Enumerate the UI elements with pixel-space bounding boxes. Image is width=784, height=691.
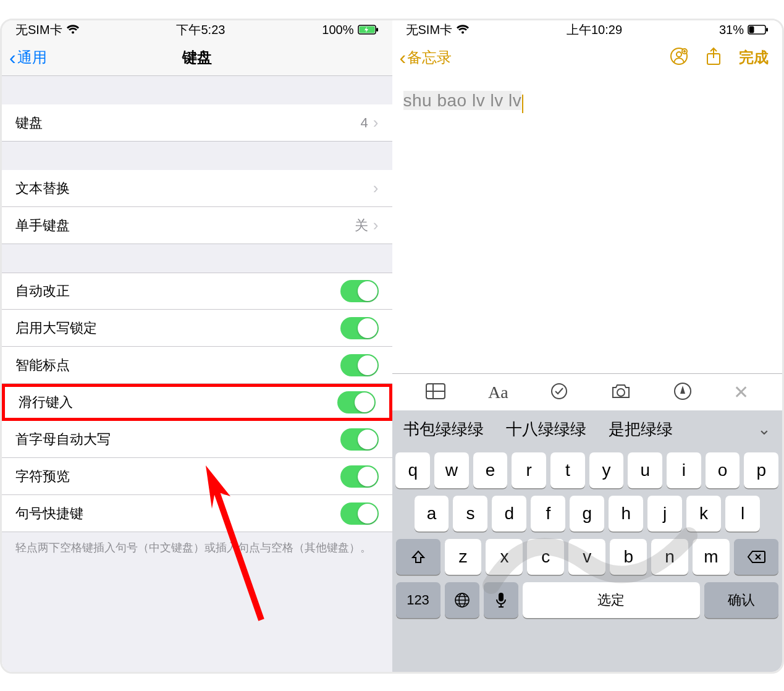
toggle-switch[interactable] <box>340 317 379 339</box>
text-format-icon[interactable]: Aa <box>488 383 508 402</box>
keyboard: qwertyuiop asdfghjkl zxcvbnm 123 选定 确认 <box>392 447 783 672</box>
toggle-label: 字符预览 <box>15 467 70 486</box>
nav-bar: ‹ 通用 键盘 <box>2 39 392 76</box>
key-l[interactable]: l <box>725 496 760 532</box>
note-editor[interactable]: shu bao lv lv lv <box>392 76 783 128</box>
toggle-switch[interactable] <box>340 428 379 451</box>
svg-point-7 <box>677 52 681 57</box>
svg-rect-5 <box>766 28 768 32</box>
numbers-key[interactable]: 123 <box>396 582 440 618</box>
candidate[interactable]: 十八绿绿绿 <box>495 418 597 440</box>
key-b[interactable]: b <box>610 539 647 575</box>
key-o[interactable]: o <box>706 452 740 488</box>
camera-icon[interactable] <box>610 383 631 402</box>
globe-key[interactable] <box>445 582 479 618</box>
nav-bar: ‹ 备忘录 完成 <box>392 39 783 76</box>
back-button[interactable]: ‹ 通用 <box>2 48 47 67</box>
one-handed-cell[interactable]: 单手键盘 关 › <box>2 207 392 244</box>
keyboards-cell[interactable]: 键盘 4 › <box>2 104 392 142</box>
battery-charging-icon <box>358 25 379 35</box>
key-w[interactable]: w <box>434 452 469 488</box>
key-h[interactable]: h <box>609 496 643 532</box>
svg-rect-19 <box>499 593 504 601</box>
toggle-switch[interactable] <box>340 465 379 488</box>
toggle-cell: 句号快捷键 <box>2 495 392 532</box>
shift-key[interactable] <box>396 539 440 575</box>
key-u[interactable]: u <box>628 452 662 488</box>
key-k[interactable]: k <box>686 496 721 532</box>
add-person-icon[interactable] <box>670 47 688 68</box>
key-x[interactable]: x <box>486 539 523 575</box>
key-z[interactable]: z <box>445 539 482 575</box>
chevron-right-icon: › <box>373 113 379 132</box>
wifi-icon <box>456 25 470 35</box>
carrier-text: 无SIM卡 <box>406 22 453 38</box>
key-g[interactable]: g <box>570 496 604 532</box>
checklist-icon[interactable] <box>550 382 568 403</box>
confirm-key[interactable]: 确认 <box>704 582 778 618</box>
battery-icon <box>748 25 769 35</box>
close-toolbar-icon[interactable]: ✕ <box>733 381 749 403</box>
key-s[interactable]: s <box>453 496 487 532</box>
note-input-text: shu bao lv lv lv <box>403 91 522 110</box>
delete-key[interactable] <box>734 539 778 575</box>
svg-rect-2 <box>376 28 378 32</box>
back-button[interactable]: ‹ 备忘录 <box>392 48 452 67</box>
wifi-icon <box>66 25 80 35</box>
cell-label: 文本替换 <box>15 179 70 198</box>
chevron-right-icon: › <box>373 179 379 198</box>
dictation-key[interactable] <box>484 582 518 618</box>
key-e[interactable]: e <box>473 452 508 488</box>
candidate[interactable]: 是把绿绿 <box>597 418 684 440</box>
toggle-switch[interactable] <box>340 280 379 302</box>
notes-toolbar: Aa ✕ <box>392 373 783 410</box>
toggle-switch[interactable] <box>337 391 376 413</box>
cell-label: 单手键盘 <box>15 216 70 235</box>
back-label: 通用 <box>17 48 47 67</box>
toggle-switch[interactable] <box>340 502 379 525</box>
toggle-label: 句号快捷键 <box>15 504 83 523</box>
toggle-label: 启用大写锁定 <box>15 319 97 337</box>
chevron-right-icon: › <box>373 216 379 235</box>
key-t[interactable]: t <box>550 452 585 488</box>
key-i[interactable]: i <box>667 452 701 488</box>
key-n[interactable]: n <box>651 539 688 575</box>
key-a[interactable]: a <box>415 496 449 532</box>
cell-value: 关 <box>355 216 368 235</box>
toggle-cell: 智能标点 <box>2 347 392 384</box>
table-icon[interactable] <box>425 383 446 402</box>
key-c[interactable]: c <box>527 539 564 575</box>
expand-candidates-icon[interactable]: ⌄ <box>746 420 782 439</box>
share-icon[interactable] <box>706 47 722 68</box>
toggle-label: 自动改正 <box>15 282 70 300</box>
toggle-cell: 首字母自动大写 <box>2 421 392 458</box>
key-p[interactable]: p <box>744 452 778 488</box>
footer-text: 轻点两下空格键插入句号（中文键盘）或插入句点与空格（其他键盘）。 <box>2 532 392 564</box>
markup-icon[interactable] <box>673 382 692 403</box>
battery-text: 31% <box>719 23 744 37</box>
key-v[interactable]: v <box>568 539 605 575</box>
key-r[interactable]: r <box>512 452 546 488</box>
key-d[interactable]: d <box>492 496 526 532</box>
carrier-text: 无SIM卡 <box>15 22 62 38</box>
key-q[interactable]: q <box>395 452 430 488</box>
key-m[interactable]: m <box>693 539 730 575</box>
key-f[interactable]: f <box>531 496 565 532</box>
done-button[interactable]: 完成 <box>739 48 769 67</box>
cell-label: 键盘 <box>15 114 43 132</box>
svg-point-13 <box>552 384 567 399</box>
toggle-switch[interactable] <box>340 354 379 376</box>
text-replacement-cell[interactable]: 文本替换 › <box>2 170 392 207</box>
svg-rect-4 <box>749 27 754 33</box>
key-y[interactable]: y <box>589 452 624 488</box>
toggle-cell: 自动改正 <box>2 273 392 310</box>
status-time: 下午5:23 <box>176 22 225 38</box>
candidate[interactable]: 书包绿绿绿 <box>392 418 495 440</box>
text-cursor <box>522 95 523 113</box>
space-key[interactable]: 选定 <box>523 582 701 618</box>
candidate-bar: 书包绿绿绿 十八绿绿绿 是把绿绿 ⌄ <box>392 410 783 447</box>
back-label: 备忘录 <box>407 48 452 67</box>
key-j[interactable]: j <box>647 496 682 532</box>
nav-title: 键盘 <box>2 48 392 67</box>
notes-pane: 无SIM卡 上午10:29 31% ‹ 备忘录 完成 <box>392 20 783 672</box>
